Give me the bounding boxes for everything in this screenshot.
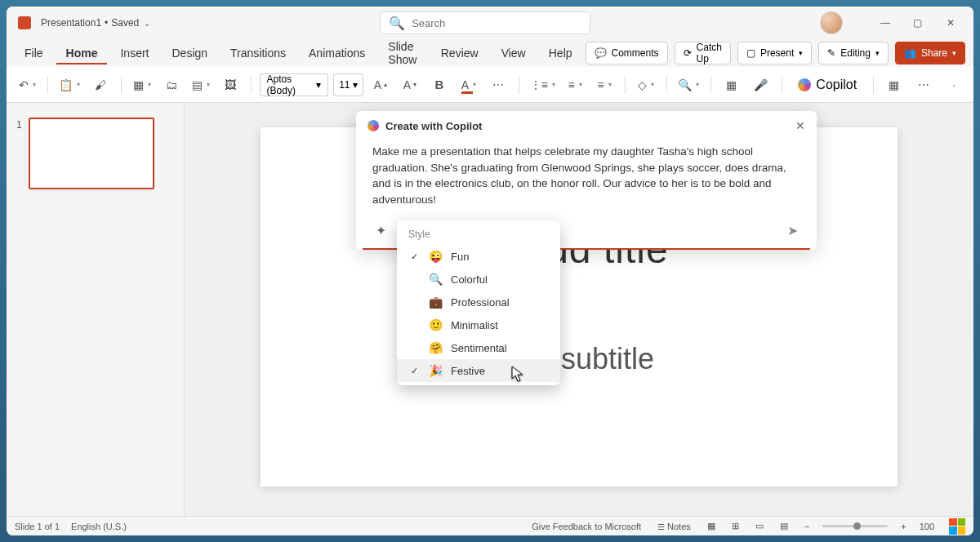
style-option-colorful[interactable]: 🔍Colorful bbox=[397, 268, 560, 291]
maximize-button[interactable]: ▢ bbox=[902, 10, 934, 36]
numbering-button[interactable]: ≡▾ bbox=[563, 73, 587, 97]
more-commands-button[interactable]: ⋯ bbox=[911, 73, 936, 97]
designer-button[interactable]: ▦ bbox=[719, 73, 744, 97]
style-option-label: Festive bbox=[451, 365, 485, 377]
undo-button[interactable]: ↶▾ bbox=[15, 73, 39, 97]
close-icon[interactable]: ✕ bbox=[795, 119, 805, 132]
share-button[interactable]: 👥Share▾ bbox=[895, 42, 965, 64]
tab-review[interactable]: Review bbox=[431, 42, 488, 64]
style-option-festive[interactable]: ✓🎉Festive bbox=[397, 359, 560, 382]
format-painter-button[interactable]: 🖌 bbox=[88, 73, 113, 97]
copilot-header: Create with Copilot ✕ bbox=[356, 111, 817, 140]
present-button[interactable]: ▢Present▾ bbox=[737, 42, 812, 64]
bullets-button[interactable]: ⋮≡▾ bbox=[528, 73, 558, 97]
style-option-fun[interactable]: ✓😜Fun bbox=[397, 245, 560, 268]
send-button[interactable]: ➤ bbox=[784, 222, 800, 238]
dictate-button[interactable]: 🎤 bbox=[749, 73, 773, 97]
style-option-professional[interactable]: 💼Professional bbox=[397, 291, 560, 313]
tab-file[interactable]: File bbox=[15, 42, 53, 64]
style-emoji: 🔍 bbox=[428, 273, 443, 286]
tab-transitions[interactable]: Transitions bbox=[220, 42, 296, 64]
font-selector[interactable]: Aptos (Body)▾ bbox=[260, 73, 329, 96]
picture-button[interactable]: 🖼 bbox=[218, 73, 243, 97]
zoom-slider[interactable] bbox=[822, 525, 888, 527]
normal-view-icon[interactable]: ▦ bbox=[704, 519, 719, 533]
title-bar: Presentation1 • Saved ⌄ 🔍 — ▢ ✕ bbox=[7, 7, 973, 39]
slide-counter[interactable]: Slide 1 of 1 bbox=[15, 522, 60, 531]
sorter-view-icon[interactable]: ⊞ bbox=[728, 519, 742, 533]
new-slide-button[interactable]: ▦▾ bbox=[130, 73, 154, 97]
user-avatar[interactable] bbox=[820, 11, 843, 34]
separator bbox=[710, 76, 711, 94]
increase-font-button[interactable]: A▴ bbox=[368, 73, 393, 97]
style-emoji: 💼 bbox=[428, 295, 443, 309]
style-option-label: Fun bbox=[451, 251, 469, 263]
chevron-down-icon[interactable]: ⌄ bbox=[144, 19, 150, 28]
copilot-button[interactable]: Copilot bbox=[790, 73, 865, 97]
chevron-down-icon: ▾ bbox=[875, 49, 880, 57]
font-size-selector[interactable]: 11▾ bbox=[333, 73, 363, 96]
style-option-minimalist[interactable]: 🙂Minimalist bbox=[397, 313, 560, 336]
tab-slideshow[interactable]: Slide Show bbox=[378, 35, 427, 71]
thumbnail-row[interactable]: 1 bbox=[16, 118, 174, 189]
collapse-ribbon-button[interactable]: ⌄ bbox=[941, 73, 965, 97]
editing-button[interactable]: ✎Editing▾ bbox=[818, 42, 889, 64]
style-emoji: 😜 bbox=[428, 250, 443, 263]
style-option-label: Colorful bbox=[451, 273, 488, 286]
notes-button[interactable]: Notes bbox=[654, 520, 694, 533]
copilot-prompt[interactable]: Make me a presentation that helps celebr… bbox=[372, 144, 800, 207]
zoom-in-button[interactable]: + bbox=[898, 520, 909, 533]
tab-help[interactable]: Help bbox=[539, 42, 582, 64]
status-bar: Slide 1 of 1 English (U.S.) Give Feedbac… bbox=[7, 516, 973, 535]
window-controls: — ▢ ✕ bbox=[869, 10, 967, 36]
reading-view-icon[interactable]: ▭ bbox=[752, 519, 767, 533]
style-dropdown: Style ✓😜Fun🔍Colorful💼Professional🙂Minima… bbox=[397, 220, 560, 385]
subtitle-placeholder[interactable]: add subtitle bbox=[300, 318, 858, 400]
separator bbox=[251, 76, 252, 94]
font-color-button[interactable]: A▾ bbox=[457, 73, 481, 97]
grid-view-button[interactable]: ▦ bbox=[882, 73, 906, 97]
zoom-out-button[interactable]: − bbox=[801, 520, 813, 533]
search-icon: 🔍 bbox=[389, 16, 405, 31]
separator bbox=[121, 76, 122, 94]
more-font-button[interactable]: ⋯ bbox=[486, 73, 510, 97]
search-input[interactable] bbox=[412, 17, 581, 29]
decrease-font-button[interactable]: A▾ bbox=[398, 73, 422, 97]
document-title[interactable]: Presentation1 • Saved ⌄ bbox=[41, 17, 150, 29]
close-button[interactable]: ✕ bbox=[934, 10, 967, 36]
align-button[interactable]: ≡▾ bbox=[592, 73, 617, 97]
chevron-down-icon: ▾ bbox=[799, 49, 803, 57]
chevron-down-icon: ▾ bbox=[77, 81, 80, 88]
paste-button[interactable]: 📋▾ bbox=[56, 73, 83, 97]
style-option-sentimental[interactable]: 🤗Sentimental bbox=[397, 336, 560, 359]
section-button[interactable]: ▤▾ bbox=[189, 73, 213, 97]
bold-button[interactable]: B bbox=[427, 73, 452, 97]
shapes-button[interactable]: ◇▾ bbox=[634, 73, 658, 97]
find-button[interactable]: 🔍▾ bbox=[675, 73, 702, 97]
language-indicator[interactable]: English (U.S.) bbox=[71, 522, 127, 531]
app-window: Presentation1 • Saved ⌄ 🔍 — ▢ ✕ File Hom… bbox=[7, 7, 973, 535]
minimize-button[interactable]: — bbox=[869, 10, 902, 36]
zoom-thumb[interactable] bbox=[853, 522, 861, 530]
tab-home[interactable]: Home bbox=[56, 42, 108, 64]
slideshow-view-icon[interactable]: ▤ bbox=[777, 519, 791, 533]
style-label: Style bbox=[397, 227, 560, 245]
tab-animations[interactable]: Animations bbox=[299, 42, 375, 64]
tab-design[interactable]: Design bbox=[162, 42, 217, 64]
comments-button[interactable]: 💬Comments bbox=[586, 42, 668, 64]
powerpoint-icon bbox=[18, 16, 31, 29]
tab-insert[interactable]: Insert bbox=[110, 42, 158, 64]
chevron-down-icon: ▾ bbox=[651, 81, 654, 88]
tab-view[interactable]: View bbox=[492, 42, 536, 64]
present-icon: ▢ bbox=[746, 47, 755, 59]
layout-button[interactable]: 🗂 bbox=[159, 73, 184, 97]
search-bar[interactable]: 🔍 bbox=[380, 11, 590, 34]
zoom-level[interactable]: 100 bbox=[920, 522, 934, 531]
slide-thumbnail[interactable] bbox=[29, 118, 154, 189]
ribbon-toolbar: ↶▾ 📋▾ 🖌 ▦▾ 🗂 ▤▾ 🖼 Aptos (Body)▾ 11▾ A▴ A… bbox=[7, 67, 973, 103]
copilot-icon bbox=[368, 120, 379, 131]
copilot-icon bbox=[798, 78, 811, 91]
catchup-button[interactable]: ⟳Catch Up bbox=[675, 42, 731, 64]
sparkle-icon[interactable]: ✦ bbox=[372, 222, 389, 238]
feedback-link[interactable]: Give Feedback to Microsoft bbox=[528, 520, 644, 533]
